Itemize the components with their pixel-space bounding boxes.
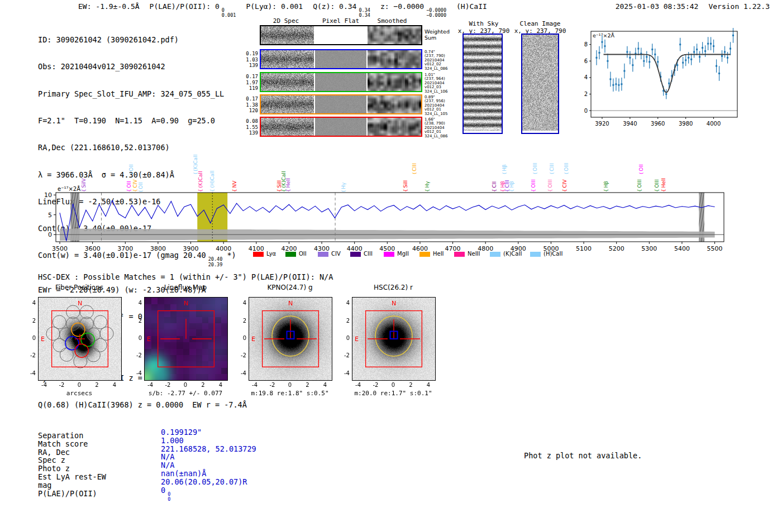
- cutout-xtick: 2: [403, 382, 418, 388]
- legend-swatch: [419, 252, 430, 257]
- spec2d-row-4: 0.081.551391.66"(238, 790)20210404v012_0…: [260, 117, 422, 137]
- cutout-title: HSC(26.2) r: [352, 284, 435, 291]
- smoothed-col-header: Smoothed: [378, 17, 407, 25]
- cutout-xtick: -2: [265, 382, 280, 388]
- weight-value: 139: [240, 63, 258, 69]
- legend-label: HeII: [433, 251, 444, 257]
- cutout-xtick: -4: [247, 382, 262, 388]
- cutout-xtick: 4: [213, 382, 228, 388]
- svg-text:6: 6: [584, 58, 588, 64]
- match-value-range: 00: [168, 492, 170, 502]
- info-line-id: ID: 3090261042 (3090261042.pdf): [38, 35, 247, 44]
- cutout-overlay: NE: [352, 298, 435, 380]
- spec2d-row-3: 0.171.381200.89"(237, 956)20210404v012_0…: [260, 94, 422, 114]
- cutout-ytick: 2: [338, 318, 350, 324]
- legend-swatch: [350, 252, 361, 257]
- cutout-xtick: 0: [386, 382, 400, 388]
- cutout-ytick: -4: [131, 370, 142, 376]
- plae-poii-range: 00.001: [222, 8, 236, 18]
- cutout-title: Fiber Positions: [38, 284, 121, 291]
- spec2d-image-row3: [261, 95, 314, 113]
- cutout-ytick: 0: [235, 335, 246, 341]
- match-value-6: 20.06(20.05,20.07)R: [161, 477, 247, 486]
- cutout-xtick: 4: [318, 382, 332, 388]
- match-value-4: N/A: [161, 461, 174, 469]
- match-value-7: 000: [161, 486, 170, 502]
- legend-item-neiii: NeIII: [454, 248, 480, 256]
- weight-value: 1.03: [240, 57, 258, 63]
- catalog-match-table: Separation0.199129"Match score1.000RA, D…: [38, 431, 317, 509]
- cutout-image-frame: NE: [144, 297, 228, 381]
- plae-poii-summary: P(LAE)/P(OII): 0: [150, 2, 220, 11]
- spec2d-image-row0: [261, 26, 314, 44]
- weight-value: 1.38: [240, 102, 258, 108]
- legend-swatch: [253, 252, 264, 257]
- cutout-overlay: NE: [249, 298, 332, 380]
- cutout-xtick: 0: [178, 382, 193, 388]
- weight-value: 0.08: [240, 118, 258, 124]
- cutout-ytick: 4: [338, 300, 350, 306]
- svg-text:e⁻¹⁷×2Å: e⁻¹⁷×2Å: [593, 32, 614, 39]
- cutout-panel-img: KPNO(24.7) gNE420-2-4-4-2024m:19.8 re:1.…: [249, 282, 331, 402]
- svg-text:E: E: [41, 336, 45, 343]
- cutout-ytick: -4: [25, 370, 36, 376]
- pixel-flat-image-row0: [315, 26, 366, 44]
- svg-text:E: E: [355, 336, 359, 343]
- smoothed-image-row4: [368, 118, 421, 136]
- timestamp-version: 2025-01-03 08:35:42Version 1.22.3: [616, 2, 770, 11]
- fiber-info-value: 324_LL_086: [425, 135, 475, 138]
- cutout-xlabel: m:19.8 re:1.8" s:0.5": [242, 390, 337, 397]
- match-label-ra-dec: RA, Dec: [38, 448, 70, 457]
- cutout-panel-fibers: Fiber PositionsNE420-2-4-4-2024arcsecs: [38, 282, 121, 402]
- info-line-obs: Obs: 20210404v012_3090261042: [38, 62, 247, 71]
- match-value-1: 1.000: [161, 436, 184, 445]
- svg-text:8: 8: [584, 41, 588, 47]
- with-sky-image: [464, 35, 502, 131]
- spec2d-image-row2: [261, 73, 314, 91]
- cutout-overlay: NE: [145, 298, 227, 380]
- smoothed-image-row2: [368, 73, 421, 91]
- photz-note: Phot z plot not available.: [524, 451, 642, 460]
- spec2d-image-row1: [261, 50, 314, 68]
- match-value-2: 221.168528, 52.013729: [161, 444, 256, 453]
- spec2d-row-0: WeightedSum: [260, 25, 422, 45]
- legend-swatch: [454, 252, 465, 257]
- pixel-flat-col-header: Pixel Flat: [322, 17, 359, 25]
- weight-value: 0.17: [240, 74, 258, 80]
- with-sky-panel: [462, 33, 503, 134]
- legend-item-kcaii: (K)CaII: [490, 248, 522, 256]
- match-label-mag: mag: [38, 481, 51, 490]
- legend-item-civ: CIV: [318, 248, 341, 256]
- cutout-xtick: -4: [143, 382, 158, 388]
- cutout-ytick: 2: [131, 318, 142, 324]
- cutout-xtick: -4: [351, 382, 365, 388]
- cutout-xlabel: m:20.0 re:1.7" s:0.1": [346, 390, 441, 397]
- legend-item-heii: HeII: [419, 248, 444, 256]
- row-weight-labels-2: 0.171.97119: [240, 74, 258, 92]
- svg-text:3980: 3980: [679, 121, 693, 127]
- cutout-xtick: 4: [421, 382, 436, 388]
- cutout-xtick: -2: [369, 382, 383, 388]
- clean-image-panel: [521, 33, 559, 134]
- legend-label: (K)CaII: [503, 251, 522, 257]
- cutout-title: KPNO(24.7) g: [249, 284, 331, 291]
- cutout-title: Lineflux Map: [144, 284, 227, 291]
- legend-label: MgII: [397, 251, 409, 257]
- cutout-xtick: 2: [196, 382, 210, 388]
- cutout-xtick: 0: [283, 382, 297, 388]
- pixel-flat-image-row3: [315, 95, 366, 113]
- row-weight-labels-1: 0.191.03139: [240, 51, 258, 69]
- row-weight-labels-4: 0.081.55139: [240, 118, 258, 136]
- weight-value: 120: [240, 108, 258, 114]
- legend-swatch: [490, 252, 500, 257]
- cutout-panel-img2: HSC(26.2) rNE420-2-4-4-2024m:20.0 re:1.7…: [352, 282, 435, 402]
- cutout-image-frame: NE: [249, 297, 332, 381]
- weight-value: 0.19: [240, 51, 258, 57]
- svg-text:10: 10: [44, 191, 52, 199]
- match-value-3: N/A: [161, 452, 174, 461]
- svg-text:E: E: [147, 336, 151, 343]
- match-label-est-lya-rest-ew: Est LyA rest-EW: [38, 472, 106, 481]
- legend-label: CIII: [364, 251, 373, 257]
- cutout-ytick: 0: [338, 335, 350, 341]
- legend-swatch: [530, 252, 541, 257]
